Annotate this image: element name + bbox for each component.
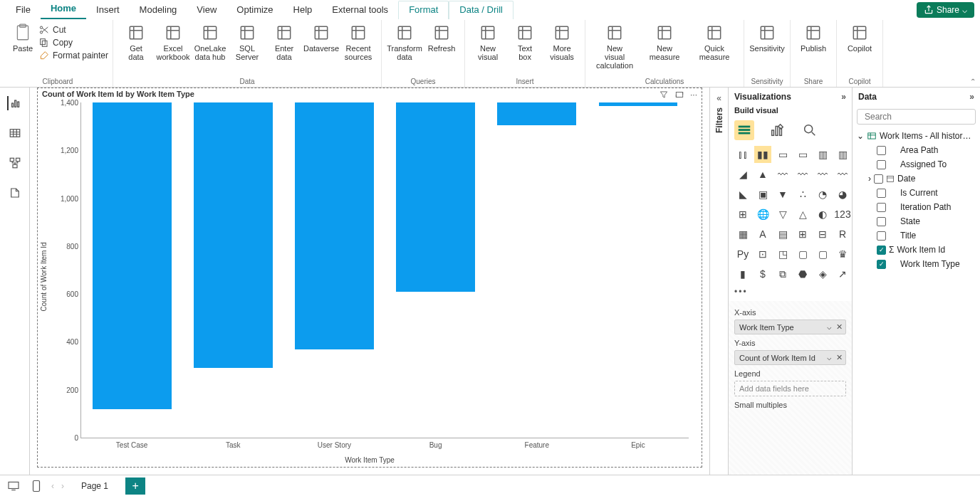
ribbon-group-calculations: Newvisual calculationNewmeasureQuickmeas… (585, 20, 744, 87)
group-label: Sensitivity (751, 77, 783, 87)
paintbrush-icon (38, 50, 50, 61)
ribbon-item-label: Newmeasure (650, 44, 680, 61)
ribbon-icon (395, 23, 415, 43)
svg-rect-9 (241, 26, 253, 38)
svg-rect-18 (608, 26, 620, 38)
tab-view[interactable]: View (187, 1, 226, 19)
tab-file[interactable]: File (6, 1, 41, 19)
ribbon-group-clipboard: Paste Cut Copy Format painter Clipboard (3, 20, 113, 87)
ribbon-item-label: Publish (801, 44, 826, 53)
ribbon-icon (704, 23, 724, 43)
ribbon-icon (655, 23, 674, 43)
refresh-button[interactable]: Refresh (423, 21, 460, 53)
quick-measure-button[interactable]: Quickmeasure (689, 21, 739, 61)
ribbon-icon (126, 23, 146, 43)
tab-home[interactable]: Home (41, 0, 86, 19)
svg-rect-11 (315, 26, 327, 38)
svg-rect-4 (41, 39, 46, 45)
get-data-button[interactable]: Getdata (118, 21, 155, 61)
tab-help[interactable]: Help (283, 1, 323, 19)
svg-rect-5 (42, 41, 47, 46)
svg-rect-7 (167, 26, 179, 38)
tab-optimize[interactable]: Optimize (226, 1, 283, 19)
tab-insert[interactable]: Insert (86, 1, 130, 19)
tab-external-tools[interactable]: External tools (322, 1, 398, 19)
menu-tabs: File Home Insert Modeling View Optimize … (0, 0, 980, 20)
dataverse-button[interactable]: Dataverse (303, 21, 340, 53)
text-box-button[interactable]: Textbox (506, 21, 543, 61)
group-label: Copilot (848, 77, 870, 87)
enter-data-button[interactable]: Enterdata (266, 21, 303, 61)
ribbon-item-label: Refresh (428, 44, 456, 53)
ribbon-item-label: Quickmeasure (699, 44, 730, 61)
ribbon-item-label: Recentsources (345, 44, 372, 61)
ribbon-group-sensitivity: Sensitivity Sensitivity (744, 20, 791, 87)
svg-rect-20 (708, 26, 720, 38)
svg-rect-13 (398, 26, 410, 38)
tab-format[interactable]: Format (398, 1, 449, 19)
ribbon-item-label: Dataverse (303, 44, 339, 53)
svg-rect-16 (518, 26, 531, 38)
group-label: Insert (516, 77, 534, 87)
ribbon-group-copilot: Copilot Copilot (837, 20, 883, 87)
ribbon-icon (605, 23, 625, 43)
ribbon-icon (237, 23, 257, 43)
paste-label: Paste (13, 44, 33, 53)
format-painter-button[interactable]: Format painter (38, 50, 108, 61)
cut-button[interactable]: Cut (38, 24, 108, 36)
excel-workbook-button[interactable]: Excelworkbook (155, 21, 192, 61)
svg-rect-21 (761, 26, 773, 38)
share-icon (924, 5, 934, 15)
svg-rect-0 (17, 26, 28, 40)
onelake-data-hub-button[interactable]: OneLakedata hub (192, 21, 229, 61)
transform-data-button[interactable]: Transformdata (386, 21, 423, 61)
ribbon-item-label: OneLakedata hub (194, 44, 226, 61)
ribbon-icon (803, 23, 823, 43)
ribbon-icon (850, 23, 870, 43)
ribbon-group-share: Publish Share (791, 20, 837, 87)
share-button[interactable]: Share ⌵ (917, 2, 974, 18)
ribbon-item-label: Excelworkbook (156, 44, 189, 61)
publish-button[interactable]: Publish (795, 21, 832, 53)
ribbon-icon (757, 23, 777, 43)
svg-rect-14 (435, 26, 447, 38)
ribbon-item-label: SQLServer (236, 44, 259, 61)
svg-rect-6 (130, 26, 142, 38)
chevron-down-icon: ⌵ (962, 5, 967, 15)
ribbon-group-queries: TransformdataRefresh Queries (382, 20, 465, 87)
ribbon-item-label: Enterdata (275, 44, 293, 61)
copilot-button[interactable]: Copilot (841, 21, 878, 53)
new-visual-calculation-button[interactable]: Newvisual calculation (590, 21, 640, 70)
ribbon-icon (552, 23, 572, 43)
ribbon-item-label: Newvisual (478, 44, 498, 61)
svg-rect-8 (204, 26, 216, 38)
group-label: Queries (411, 77, 436, 87)
new-measure-button[interactable]: Newmeasure (640, 21, 689, 61)
sql-server-button[interactable]: SQLServer (229, 21, 266, 61)
ribbon-icon (163, 23, 183, 43)
clipboard-icon (14, 22, 32, 43)
ribbon-item-label: Sensitivity (749, 44, 785, 53)
svg-rect-23 (853, 26, 865, 38)
sensitivity-button[interactable]: Sensitivity (749, 21, 786, 53)
tab-data-drill[interactable]: Data / Drill (449, 1, 514, 19)
svg-rect-15 (481, 26, 494, 38)
ribbon-icon (348, 23, 368, 43)
ribbon-icon (274, 23, 294, 43)
svg-rect-22 (807, 26, 819, 38)
recent-sources-button[interactable]: Recentsources (340, 21, 377, 61)
more-visuals-button[interactable]: Morevisuals (543, 21, 580, 61)
group-label: Clipboard (43, 77, 73, 87)
ribbon-group-insert: NewvisualTextboxMorevisuals Insert (465, 20, 585, 87)
ribbon-item-label: Transformdata (387, 44, 422, 61)
ribbon-icon (432, 23, 452, 43)
paste-button[interactable]: Paste (7, 21, 38, 53)
tab-modeling[interactable]: Modeling (130, 1, 187, 19)
new-visual-button[interactable]: Newvisual (469, 21, 506, 61)
ribbon-item-label: Textbox (518, 44, 532, 61)
share-label: Share (937, 5, 959, 15)
svg-rect-10 (278, 26, 290, 38)
ribbon-item-label: Morevisuals (550, 44, 574, 61)
copy-button[interactable]: Copy (38, 37, 108, 48)
collapse-ribbon-button[interactable]: ⌃ (970, 78, 976, 85)
